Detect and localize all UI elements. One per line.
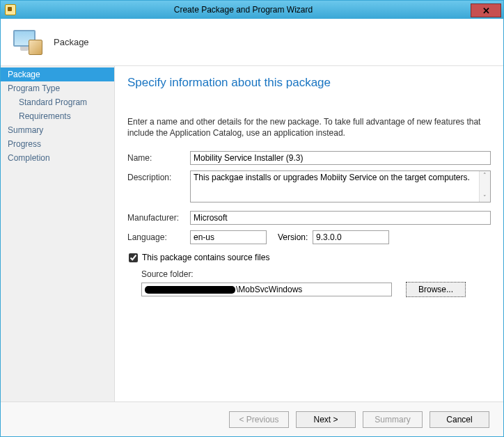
cancel-button[interactable]: Cancel xyxy=(430,411,489,428)
source-files-label: This package contains source files xyxy=(142,253,269,262)
name-label: Name: xyxy=(127,151,190,163)
step-program-type[interactable]: Program Type xyxy=(1,81,114,95)
version-input[interactable] xyxy=(313,230,389,244)
description-scrollbar[interactable]: ˄ ˅ xyxy=(479,171,490,202)
wizard-footer: < Previous Next > Summary Cancel xyxy=(1,402,503,436)
description-label: Description: xyxy=(127,170,190,182)
source-folder-path-text: \MobSvcWindows xyxy=(236,285,302,294)
wizard-steps-sidebar: Package Program Type Standard Program Re… xyxy=(1,66,115,402)
step-progress[interactable]: Progress xyxy=(1,137,114,151)
redacted-path-segment xyxy=(145,286,235,294)
step-standard-program[interactable]: Standard Program xyxy=(1,95,114,109)
source-folder-label: Source folder: xyxy=(141,269,491,279)
titlebar: Create Package and Program Wizard ✕ xyxy=(1,1,503,19)
wizard-header: Package xyxy=(1,19,503,66)
wizard-header-title: Package xyxy=(54,37,89,47)
page-instructions: Enter a name and other details for the n… xyxy=(127,116,491,138)
language-input[interactable] xyxy=(190,230,267,244)
step-completion[interactable]: Completion xyxy=(1,151,114,165)
name-input[interactable] xyxy=(190,151,491,165)
window-close-button[interactable]: ✕ xyxy=(471,3,501,17)
source-files-checkbox[interactable] xyxy=(129,253,138,262)
step-requirements[interactable]: Requirements xyxy=(1,109,114,123)
description-input[interactable] xyxy=(191,171,479,202)
manufacturer-input[interactable] xyxy=(190,211,491,225)
wizard-window: Create Package and Program Wizard ✕ Pack… xyxy=(0,0,504,437)
wizard-content: Specify information about this package E… xyxy=(115,66,503,402)
version-label: Version: xyxy=(267,230,306,242)
close-icon: ✕ xyxy=(482,6,490,16)
step-summary[interactable]: Summary xyxy=(1,123,114,137)
previous-button: < Previous xyxy=(229,411,289,428)
window-title: Create Package and Program Wizard xyxy=(16,5,471,15)
description-field: ˄ ˅ xyxy=(190,170,491,202)
summary-button: Summary xyxy=(363,411,423,428)
scroll-down-icon: ˅ xyxy=(483,194,487,201)
manufacturer-label: Manufacturer: xyxy=(127,211,190,223)
wizard-body: Package Program Type Standard Program Re… xyxy=(1,66,503,402)
page-heading: Specify information about this package xyxy=(127,76,491,90)
app-icon xyxy=(5,4,16,15)
next-button[interactable]: Next > xyxy=(296,411,356,428)
source-folder-path: \MobSvcWindows xyxy=(141,283,392,296)
scroll-up-icon: ˄ xyxy=(483,172,487,179)
package-icon xyxy=(13,27,44,58)
browse-button[interactable]: Browse... xyxy=(406,282,466,297)
step-package[interactable]: Package xyxy=(1,67,114,81)
language-label: Language: xyxy=(127,230,190,242)
